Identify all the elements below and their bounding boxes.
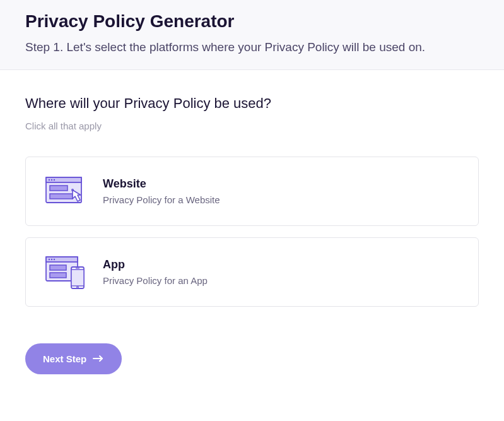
option-website-text: Website Privacy Policy for a Website bbox=[103, 177, 220, 205]
page-header: Privacy Policy Generator Step 1. Let's s… bbox=[0, 0, 504, 70]
option-app-title: App bbox=[103, 258, 208, 271]
svg-rect-5 bbox=[50, 186, 67, 191]
option-website-title: Website bbox=[103, 177, 220, 191]
svg-rect-13 bbox=[50, 265, 66, 270]
main-content: Where will your Privacy Policy be used? … bbox=[0, 70, 504, 374]
next-step-label: Next Step bbox=[43, 353, 86, 364]
svg-rect-6 bbox=[50, 194, 73, 199]
app-icon bbox=[44, 256, 88, 288]
option-website[interactable]: Website Privacy Policy for a Website bbox=[25, 157, 479, 226]
question-hint: Click all that apply bbox=[25, 121, 479, 131]
svg-rect-9 bbox=[46, 257, 78, 262]
step-subtitle: Step 1. Let's select the platforms where… bbox=[25, 40, 479, 54]
option-website-desc: Privacy Policy for a Website bbox=[103, 194, 220, 205]
next-step-button[interactable]: Next Step bbox=[25, 343, 122, 374]
option-app-desc: Privacy Policy for an App bbox=[103, 275, 208, 286]
question-heading: Where will your Privacy Policy be used? bbox=[25, 95, 479, 112]
svg-point-2 bbox=[49, 179, 50, 181]
svg-point-12 bbox=[54, 259, 55, 260]
page-title: Privacy Policy Generator bbox=[25, 11, 479, 32]
website-icon bbox=[44, 175, 88, 208]
svg-point-4 bbox=[54, 179, 55, 181]
option-app[interactable]: App Privacy Policy for an App bbox=[25, 237, 479, 307]
svg-point-10 bbox=[49, 259, 50, 260]
svg-point-3 bbox=[51, 179, 52, 181]
svg-point-11 bbox=[51, 259, 52, 260]
svg-rect-14 bbox=[50, 273, 66, 278]
svg-rect-16 bbox=[71, 270, 84, 286]
option-app-text: App Privacy Policy for an App bbox=[103, 258, 208, 286]
arrow-right-icon bbox=[93, 353, 104, 364]
